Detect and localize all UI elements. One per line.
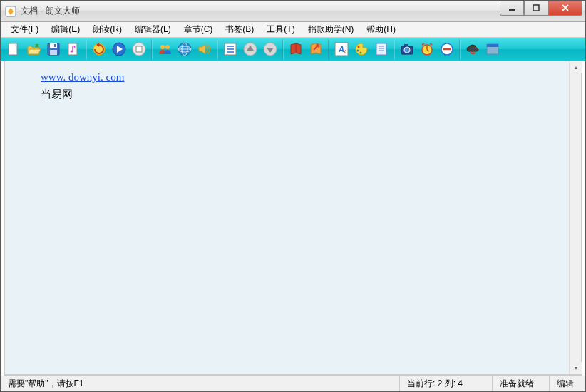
menu-item-6[interactable]: 工具(T) [261, 22, 300, 37]
svg-text:A: A [343, 49, 347, 54]
toolbar-separator [459, 39, 461, 59]
block-icon[interactable] [437, 39, 457, 59]
menu-item-5[interactable]: 书签(B) [220, 22, 259, 37]
content-area: www. downyi. com 当易网 ▴ ▾ [4, 61, 582, 376]
app-window: 文档 - 朗文大师 文件(F)编辑(E)朗读(R)编辑器(L)章节(C)书签(B… [0, 0, 586, 392]
window-controls [500, 1, 585, 21]
svg-rect-7 [50, 50, 57, 55]
book-orange-icon[interactable] [306, 39, 326, 59]
status-help: 需要"帮助"，请按F1 [1, 376, 400, 391]
window-title: 文档 - 朗文大师 [21, 5, 500, 17]
svg-point-31 [357, 50, 359, 52]
menu-item-0[interactable]: 文件(F) [5, 22, 44, 37]
svg-point-30 [358, 46, 360, 48]
toolbar-separator [394, 39, 395, 59]
toolbar-separator [217, 39, 218, 59]
menu-item-1[interactable]: 编辑(E) [46, 22, 86, 37]
users-icon[interactable] [155, 39, 175, 59]
cloud-icon[interactable] [463, 39, 483, 59]
toolbar-separator [328, 39, 329, 59]
svg-point-10 [71, 51, 73, 53]
book-red-icon[interactable] [286, 39, 306, 59]
refresh-icon[interactable] [89, 39, 109, 59]
svg-rect-14 [136, 46, 142, 52]
toolbar-separator [151, 39, 153, 59]
content-link[interactable]: www. downyi. com [41, 71, 124, 83]
app-icon [5, 6, 16, 17]
svg-rect-6 [50, 43, 57, 48]
toolbar-separator [86, 39, 87, 59]
vertical-scrollbar[interactable]: ▴ ▾ [569, 61, 581, 374]
editor-content[interactable]: www. downyi. com 当易网 [5, 61, 569, 374]
scroll-down-icon[interactable]: ▾ [570, 362, 582, 374]
svg-point-38 [404, 47, 410, 53]
svg-rect-46 [487, 44, 498, 47]
note-icon[interactable] [371, 39, 391, 59]
maximize-button[interactable] [524, 1, 548, 16]
open-icon[interactable] [24, 39, 43, 59]
palette-icon[interactable] [351, 39, 371, 59]
play-icon[interactable] [109, 39, 129, 59]
svg-rect-2 [533, 5, 539, 11]
svg-rect-39 [404, 44, 408, 46]
list-icon[interactable] [220, 39, 240, 59]
new-icon[interactable] [4, 39, 24, 59]
menu-item-2[interactable]: 朗读(R) [87, 22, 128, 37]
titlebar: 文档 - 朗文大师 [1, 1, 585, 22]
svg-point-4 [36, 45, 38, 47]
camera-icon[interactable] [397, 39, 417, 59]
svg-rect-33 [376, 43, 386, 55]
speaker-icon[interactable] [195, 39, 215, 59]
menu-item-4[interactable]: 章节(C) [178, 22, 219, 37]
menu-item-8[interactable]: 帮助(H) [361, 22, 401, 37]
toolbar-separator [282, 39, 284, 59]
alarm-icon[interactable] [417, 39, 437, 59]
globe-icon[interactable] [175, 39, 195, 59]
svg-point-32 [360, 52, 362, 54]
scroll-up-icon[interactable]: ▴ [570, 61, 582, 73]
menu-item-7[interactable]: 捐款助学(N) [302, 22, 360, 37]
svg-rect-8 [54, 44, 56, 47]
status-mode: 编辑 [550, 376, 585, 391]
panel-icon[interactable] [483, 39, 503, 59]
menubar: 文件(F)编辑(E)朗读(R)编辑器(L)章节(C)书签(B)工具(T)捐款助学… [1, 22, 585, 38]
toolbar: AA [1, 38, 585, 61]
down-icon[interactable] [260, 39, 280, 59]
save-icon[interactable] [43, 39, 63, 59]
status-cursor: 当前行: 2 列: 4 [400, 376, 493, 391]
font-icon[interactable]: AA [331, 39, 351, 59]
svg-rect-1 [509, 9, 515, 11]
menu-item-3[interactable]: 编辑器(L) [129, 22, 177, 37]
music-icon[interactable] [63, 39, 83, 59]
up-icon[interactable] [240, 39, 260, 59]
svg-point-15 [160, 45, 165, 49]
content-text: 当易网 [41, 88, 73, 100]
svg-point-16 [165, 45, 170, 49]
minimize-button[interactable] [500, 1, 524, 16]
close-button[interactable] [548, 1, 582, 16]
statusbar: 需要"帮助"，请按F1 当前行: 2 列: 4 准备就绪 编辑 [1, 376, 585, 391]
status-ready: 准备就绪 [493, 376, 550, 391]
stop-icon[interactable] [129, 39, 149, 59]
